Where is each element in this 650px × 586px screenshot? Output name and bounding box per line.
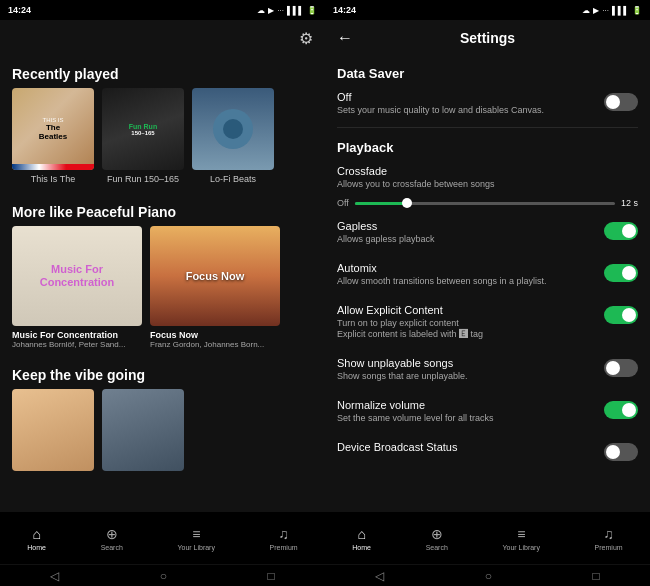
back-sys-btn[interactable]: ◁ — [50, 569, 59, 583]
home-sys-btn[interactable]: ○ — [160, 569, 167, 583]
search-icon: ⊕ — [106, 526, 118, 542]
more-icon-r: ··· — [602, 6, 609, 15]
home-sys-btn-r[interactable]: ○ — [485, 569, 492, 583]
automix-item: Automix Allow smooth transitions between… — [325, 254, 650, 296]
vibe-row — [0, 389, 325, 479]
cloud-icon-r: ☁ — [582, 6, 590, 15]
gapless-item: Gapless Allows gapless playback — [325, 212, 650, 254]
keep-vibe-heading: Keep the vibe going — [0, 357, 325, 389]
data-saver-desc: Sets your music quality to low and disab… — [337, 105, 596, 117]
system-bar-right: ◁ ○ □ — [325, 564, 650, 586]
beatles-thumbnail: THIS IS TheBeatles — [12, 88, 94, 170]
signal-icon: ▌▌▌ — [287, 6, 304, 15]
slider-thumb — [402, 198, 412, 208]
search-icon-r: ⊕ — [431, 526, 443, 542]
crossfade-desc: Allows you to crossfade between songs — [337, 179, 638, 191]
nav-home-label-r: Home — [352, 544, 371, 551]
list-item[interactable]: Lo-Fi Beats — [192, 88, 274, 184]
focus-title: Focus Now — [150, 330, 280, 340]
nav-search-left[interactable]: ⊕ Search — [101, 526, 123, 551]
gapless-label: Gapless — [337, 220, 596, 232]
settings-content: Data Saver Off Sets your music quality t… — [325, 56, 650, 512]
recent-sys-btn[interactable]: □ — [268, 569, 275, 583]
gapless-desc: Allows gapless playback — [337, 234, 596, 246]
data-saver-toggle[interactable] — [604, 93, 638, 111]
list-item[interactable]: THIS IS TheBeatles This Is The — [12, 88, 94, 184]
back-sys-btn-r[interactable]: ◁ — [375, 569, 384, 583]
automix-toggle[interactable] — [604, 264, 638, 282]
normalize-toggle[interactable] — [604, 401, 638, 419]
time-right: 14:24 — [333, 5, 356, 15]
more-like-heading: More like Peaceful Piano — [0, 194, 325, 226]
list-item[interactable]: Music ForConcentration Music For Concent… — [12, 226, 142, 349]
nav-premium-right[interactable]: ♫ Premium — [595, 526, 623, 551]
nav-home-left[interactable]: ⌂ Home — [27, 526, 46, 551]
battery-icon: 🔋 — [307, 6, 317, 15]
crossfade-item: Crossfade Allows you to crossfade betwee… — [325, 157, 650, 199]
list-item[interactable] — [12, 389, 94, 471]
normalize-item: Normalize volume Set the same volume lev… — [325, 391, 650, 433]
nav-search-right[interactable]: ⊕ Search — [426, 526, 448, 551]
list-item[interactable]: Focus Now Focus Now Franz Gordon, Johann… — [150, 226, 280, 349]
recently-played-heading: Recently played — [0, 56, 325, 88]
top-bar-left: ⚙ — [0, 20, 325, 56]
recent-sys-btn-r[interactable]: □ — [593, 569, 600, 583]
unplayable-item: Show unplayable songs Show songs that ar… — [325, 349, 650, 391]
library-icon-r: ≡ — [517, 526, 525, 542]
nav-library-left[interactable]: ≡ Your Library — [177, 526, 215, 551]
data-saver-label: Off — [337, 91, 596, 103]
list-item[interactable] — [102, 389, 184, 471]
concentration-title: Music For Concentration — [12, 330, 142, 340]
concentration-thumbnail: Music ForConcentration — [12, 226, 142, 326]
automix-desc: Allow smooth transitions between songs i… — [337, 276, 596, 288]
focus-thumbnail: Focus Now — [150, 226, 280, 326]
unplayable-desc: Show songs that are unplayable. — [337, 371, 596, 383]
nav-premium-label-r: Premium — [595, 544, 623, 551]
crossfade-value: 12 s — [621, 198, 638, 208]
play-icon-r: ▶ — [593, 6, 599, 15]
system-bar-left: ◁ ○ □ — [0, 564, 325, 586]
time-left: 14:24 — [8, 5, 31, 15]
data-saver-section-title: Data Saver — [325, 56, 650, 83]
back-button[interactable]: ← — [337, 29, 353, 47]
crossfade-off-label: Off — [337, 198, 349, 208]
recently-played-row: THIS IS TheBeatles This Is The Fun Run 1… — [0, 88, 325, 194]
nav-search-label: Search — [101, 544, 123, 551]
nav-home-label: Home — [27, 544, 46, 551]
slider-fill — [355, 202, 407, 205]
list-item[interactable]: Fun Run 150–165 Fun Run 150–165 — [102, 88, 184, 184]
status-icons-right: ☁ ▶ ··· ▌▌▌ 🔋 — [582, 6, 642, 15]
nav-home-right[interactable]: ⌂ Home — [352, 526, 371, 551]
explicit-toggle[interactable] — [604, 306, 638, 324]
automix-label: Automix — [337, 262, 596, 274]
funrun-label: Fun Run 150–165 — [102, 174, 184, 184]
unplayable-toggle[interactable] — [604, 359, 638, 377]
crossfade-slider-container: Off 12 s — [325, 198, 650, 212]
bottom-nav-right: ⌂ Home ⊕ Search ≡ Your Library ♫ Premium — [325, 512, 650, 564]
device-broadcast-toggle[interactable] — [604, 443, 638, 461]
crossfade-slider[interactable] — [355, 202, 615, 205]
device-broadcast-label: Device Broadcast Status — [337, 441, 596, 453]
nav-search-label-r: Search — [426, 544, 448, 551]
nav-library-right[interactable]: ≡ Your Library — [502, 526, 540, 551]
explicit-desc: Turn on to play explicit contentExplicit… — [337, 318, 596, 341]
library-icon: ≡ — [192, 526, 200, 542]
settings-top-bar: ← Settings — [325, 20, 650, 56]
gapless-toggle[interactable] — [604, 222, 638, 240]
settings-icon[interactable]: ⚙ — [299, 29, 313, 48]
right-phone: 14:24 ☁ ▶ ··· ▌▌▌ 🔋 ← Settings Data Save… — [325, 0, 650, 586]
funrun-thumbnail: Fun Run 150–165 — [102, 88, 184, 170]
lofi-thumbnail — [192, 88, 274, 170]
settings-title: Settings — [361, 30, 614, 46]
home-icon-r: ⌂ — [357, 526, 365, 542]
lofi-label: Lo-Fi Beats — [192, 174, 274, 184]
more-icon: ··· — [277, 6, 284, 15]
normalize-desc: Set the same volume level for all tracks — [337, 413, 596, 425]
playback-section-title: Playback — [325, 130, 650, 157]
divider — [337, 127, 638, 128]
nav-premium-left[interactable]: ♫ Premium — [270, 526, 298, 551]
data-saver-item: Off Sets your music quality to low and d… — [325, 83, 650, 125]
more-like-row: Music ForConcentration Music For Concent… — [0, 226, 325, 357]
cloud-icon: ☁ — [257, 6, 265, 15]
nav-premium-label: Premium — [270, 544, 298, 551]
